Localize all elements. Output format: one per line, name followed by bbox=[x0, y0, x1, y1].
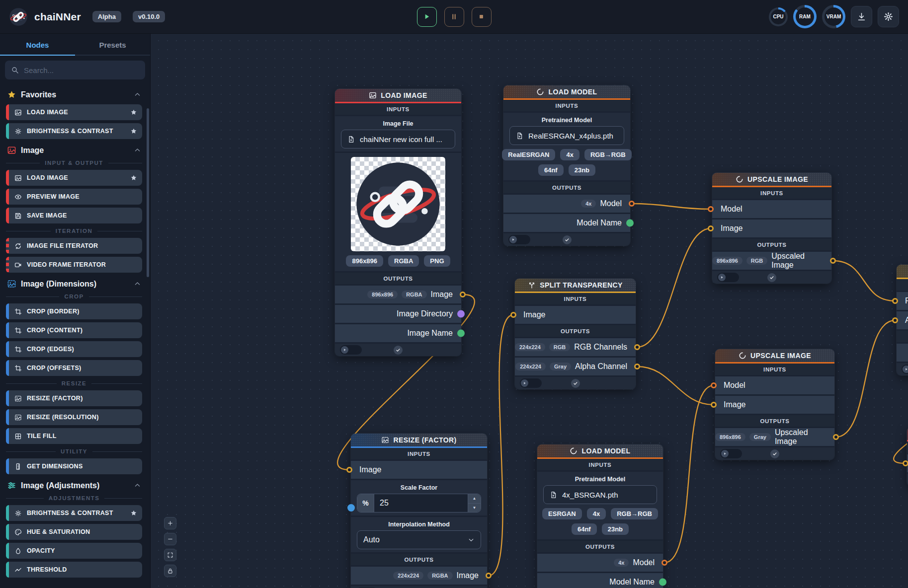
sidebar-item-tile-fill[interactable]: TILE FILL bbox=[6, 428, 142, 444]
sidebar-item-crop-offsets[interactable]: CROP (OFFSETS) bbox=[6, 360, 142, 376]
search-input[interactable] bbox=[24, 66, 139, 74]
node-canvas[interactable]: LOAD IMAGE INPUTS Image File chaiNNer ne… bbox=[151, 34, 908, 588]
model-input-port[interactable] bbox=[708, 206, 714, 212]
node-header[interactable]: UPSCALE IMAGE bbox=[715, 349, 834, 364]
settings-button[interactable] bbox=[878, 6, 899, 27]
section-favorites[interactable]: Favorites bbox=[7, 90, 141, 99]
model-output-port[interactable] bbox=[629, 201, 635, 207]
number-input-port[interactable] bbox=[347, 504, 355, 512]
sidebar-item-brightness-contrast[interactable]: BRIGHTNESS & CONTRAST bbox=[6, 123, 142, 139]
output-row: 224x224 RGB RGB Channels bbox=[515, 338, 636, 356]
node-header[interactable]: LOAD MODEL bbox=[503, 85, 630, 100]
sidebar-item-crop-edges[interactable]: CROP (EDGES) bbox=[6, 341, 142, 357]
threshold-icon bbox=[14, 566, 22, 574]
node-header[interactable]: MERGE TRANSPARENCY bbox=[897, 265, 908, 279]
split-icon bbox=[528, 281, 536, 289]
node-toggle[interactable] bbox=[340, 345, 362, 355]
edge-wire[interactable] bbox=[489, 315, 513, 576]
text-output-port[interactable] bbox=[659, 579, 666, 586]
unit-label: % bbox=[357, 494, 374, 512]
lock-viewport-button[interactable] bbox=[164, 565, 176, 577]
zoom-out-button[interactable] bbox=[164, 533, 176, 545]
image-input-port[interactable] bbox=[708, 225, 714, 231]
accent-bar bbox=[6, 303, 9, 319]
edge-wire[interactable] bbox=[833, 261, 895, 301]
node-header[interactable]: LOAD IMAGE bbox=[335, 89, 461, 103]
tag: Gray bbox=[749, 433, 771, 441]
image-output-port[interactable] bbox=[634, 344, 640, 350]
step-down-button[interactable]: ▼ bbox=[468, 503, 481, 513]
sidebar-scrollbar[interactable] bbox=[147, 108, 149, 277]
image-output-port[interactable] bbox=[460, 292, 466, 297]
download-button[interactable] bbox=[851, 6, 872, 27]
image-input-port[interactable] bbox=[892, 317, 898, 323]
load-icon bbox=[570, 447, 578, 455]
model-output-port[interactable] bbox=[661, 560, 667, 566]
tag: 896x896 bbox=[715, 433, 745, 441]
section-image-adjustments[interactable]: Image (Adjustments) bbox=[7, 481, 141, 490]
edge-wire[interactable] bbox=[836, 320, 895, 437]
text-output-port[interactable] bbox=[626, 220, 634, 227]
sidebar-item-opacity[interactable]: OPACITY bbox=[6, 543, 142, 559]
stop-button[interactable] bbox=[472, 7, 492, 27]
node-toggle[interactable] bbox=[520, 378, 542, 388]
sidebar-item-save-image[interactable]: SAVE IMAGE bbox=[6, 208, 142, 223]
section-image[interactable]: Image bbox=[7, 146, 141, 155]
fit-view-button[interactable] bbox=[164, 549, 176, 561]
sidebar-item-crop-content[interactable]: CROP (CONTENT) bbox=[6, 322, 142, 338]
sidebar-item-hue-saturation[interactable]: HUE & SATURATION bbox=[6, 524, 142, 540]
zoom-in-button[interactable] bbox=[164, 517, 176, 529]
step-up-button[interactable]: ▲ bbox=[468, 494, 481, 503]
image-input-port[interactable] bbox=[711, 402, 717, 408]
node-toggle[interactable] bbox=[720, 449, 742, 458]
sidebar-item-load-image[interactable]: LOAD IMAGE bbox=[6, 170, 142, 186]
tag: 23nb bbox=[602, 523, 629, 535]
pause-button[interactable] bbox=[444, 7, 464, 27]
tab-presets[interactable]: Presets bbox=[75, 34, 150, 56]
node-header[interactable]: LOAD MODEL bbox=[537, 444, 663, 459]
sidebar-item-resize-resolution[interactable]: RESIZE (RESOLUTION) bbox=[6, 409, 142, 425]
node-toggle[interactable] bbox=[902, 365, 908, 374]
node-header[interactable]: RESIZE (FACTOR) bbox=[351, 434, 487, 448]
node-upscale-image-1: UPSCALE IMAGE INPUTS Model Image OUTPUTS… bbox=[712, 173, 831, 284]
interpolation-select[interactable]: Auto bbox=[357, 530, 481, 549]
sidebar-item-threshold[interactable]: THRESHOLD bbox=[6, 562, 142, 578]
node-header[interactable]: SPLIT TRANSPARENCY bbox=[515, 279, 636, 293]
sidebar-item-image-file-iterator[interactable]: IMAGE FILE ITERATOR bbox=[6, 238, 142, 254]
image-file-input[interactable]: chaiNNer new icon full ... bbox=[341, 130, 455, 148]
scale-factor-input[interactable]: % 25 ▲ ▼ bbox=[357, 494, 481, 513]
run-button[interactable] bbox=[417, 7, 437, 27]
image-output-port[interactable] bbox=[830, 258, 836, 264]
sidebar-item-get-dimensions[interactable]: GET DIMENSIONS bbox=[6, 458, 142, 474]
section-image-dimensions[interactable]: Image (Dimensions) bbox=[7, 279, 141, 289]
node-toggle[interactable] bbox=[717, 273, 739, 282]
node-header[interactable]: UPSCALE IMAGE bbox=[712, 173, 831, 187]
model-input-port[interactable] bbox=[711, 382, 717, 388]
image-input-port[interactable] bbox=[346, 467, 352, 473]
sidebar-item-brightness-contrast[interactable]: BRIGHTNESS & CONTRAST bbox=[6, 505, 142, 521]
edge-wire[interactable] bbox=[637, 228, 711, 347]
edge-wire[interactable] bbox=[632, 204, 711, 209]
node-toggle[interactable] bbox=[508, 235, 530, 244]
accent-bar bbox=[6, 562, 9, 578]
image-output-port[interactable] bbox=[634, 364, 640, 369]
image-output-port[interactable] bbox=[833, 434, 839, 440]
node-upscale-image-2: UPSCALE IMAGE INPUTS Model Image OUTPUTS… bbox=[715, 349, 834, 460]
tab-nodes[interactable]: Nodes bbox=[0, 34, 75, 56]
edge-wire[interactable] bbox=[637, 367, 714, 405]
sidebar-item-video-frame-iterator[interactable]: VIDEO FRAME ITERATOR bbox=[6, 257, 142, 273]
model-file-input[interactable]: RealESRGAN_x4plus.pth bbox=[509, 126, 624, 145]
sidebar-item-preview-image[interactable]: PREVIEW IMAGE bbox=[6, 189, 142, 205]
image-input-port[interactable] bbox=[892, 298, 898, 304]
image-input-port[interactable] bbox=[510, 312, 516, 318]
sidebar-item-crop-border[interactable]: CROP (BORDER) bbox=[6, 303, 142, 319]
model-file-input[interactable]: 4x_BSRGAN.pth bbox=[543, 485, 657, 504]
image-output-port[interactable] bbox=[486, 573, 492, 579]
sidebar-item-resize-factor[interactable]: RESIZE (FACTOR) bbox=[6, 390, 142, 406]
scale-factor-value[interactable]: 25 bbox=[374, 494, 468, 512]
sidebar-item-load-image[interactable]: LOAD IMAGE bbox=[6, 104, 142, 120]
text-output-port[interactable] bbox=[457, 330, 465, 337]
directory-output-port[interactable] bbox=[457, 310, 465, 318]
image-input-port[interactable] bbox=[903, 460, 908, 466]
edge-wire[interactable] bbox=[664, 385, 714, 563]
